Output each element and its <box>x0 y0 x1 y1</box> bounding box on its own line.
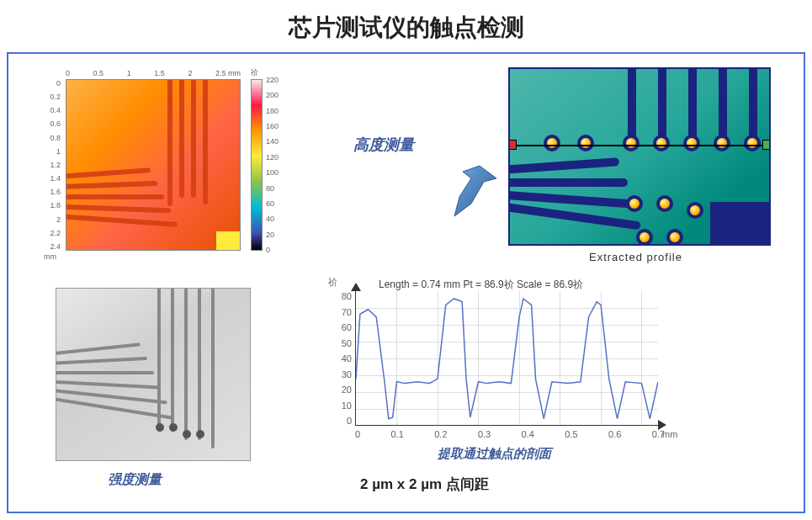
page-title: 芯片测试仪的触点检测 <box>0 0 812 50</box>
profile-chart: 祄 Length = 0.74 mm Pt = 86.9祄 Scale = 86… <box>321 278 675 450</box>
py-tick: 10 <box>337 401 352 411</box>
y-tick: 1.8 <box>42 201 61 210</box>
py-tick: 60 <box>337 322 352 332</box>
px-tick: 0.3 <box>478 429 491 439</box>
y-tick: 2 <box>42 215 61 224</box>
profile-plot-area <box>355 291 658 426</box>
y-tick: 0 <box>42 79 61 88</box>
profile-line-plot <box>356 291 658 425</box>
cb-tick: 200 <box>266 91 279 99</box>
y-tick: 0.4 <box>42 106 61 114</box>
y-arrow-icon <box>351 283 361 293</box>
heightmap-image <box>508 67 771 246</box>
y-tick: 1 <box>42 147 61 156</box>
x-tick: 1.5 <box>154 69 165 77</box>
y-tick: 1.6 <box>42 188 61 196</box>
profile-header: Length = 0.74 mm Pt = 86.9祄 Scale = 86.9… <box>379 278 583 292</box>
heatmap-y-axis: 0 0.2 0.4 0.6 0.8 1 1.2 1.4 1.6 1.8 2 2.… <box>42 79 61 251</box>
py-tick: 0 <box>337 416 352 426</box>
heatmap-x-axis: 0 0.5 1 1.5 2 2.5 mm <box>66 69 241 77</box>
x-tick: 0.5 <box>93 69 104 77</box>
profile-y-unit: 祄 <box>328 276 337 289</box>
intensity-image <box>56 288 251 461</box>
main-panel: 祄 0 0.5 1 1.5 2 2.5 mm 0 0.2 0.4 0.6 0.8… <box>7 52 805 513</box>
height-measure-label: 高度测量 <box>353 135 414 155</box>
extracted-profile-label: Extracted profile <box>589 251 682 263</box>
profile-caption: 提取通过触点的剖面 <box>438 446 551 462</box>
cb-tick: 80 <box>266 184 279 193</box>
px-tick: 0.1 <box>391 429 404 439</box>
cb-tick: 100 <box>266 168 279 177</box>
px-tick: 0 <box>355 429 360 439</box>
svg-marker-1 <box>351 283 361 291</box>
profile-y-axis: 80 70 60 50 40 30 20 10 0 <box>337 291 352 426</box>
px-tick: 0.5 <box>565 429 577 439</box>
profile-line[interactable] <box>510 145 769 146</box>
cb-tick: 140 <box>266 137 279 146</box>
y-tick: 2.4 <box>42 242 61 251</box>
cb-tick: 220 <box>266 76 279 84</box>
y-tick: 2.2 <box>42 229 61 237</box>
x-tick: 2 <box>188 69 192 77</box>
cb-tick: 120 <box>266 153 279 162</box>
profile-x-unit: mm <box>662 429 677 439</box>
svg-marker-0 <box>454 166 496 216</box>
heatmap-image <box>66 79 241 251</box>
profile-x-axis: 0 0.1 0.2 0.3 0.4 0.5 0.6 0.7 <box>355 429 665 439</box>
py-tick: 80 <box>337 291 352 301</box>
x-tick: 1 <box>127 69 131 77</box>
cb-tick: 60 <box>266 199 279 208</box>
profile-handle-left[interactable] <box>508 140 517 150</box>
px-tick: 0.6 <box>608 429 621 439</box>
y-tick: 0.6 <box>42 119 61 128</box>
colorbar-ticks: 220 200 180 160 140 120 100 80 60 40 20 … <box>266 76 279 254</box>
y-tick: 1.2 <box>42 161 61 169</box>
y-tick: 0.8 <box>42 134 61 142</box>
cb-tick: 160 <box>266 122 279 130</box>
cb-tick: 20 <box>266 231 279 239</box>
py-tick: 70 <box>337 307 352 317</box>
heatmap-y-unit: mm <box>44 252 56 261</box>
intensity-label: 强度测量 <box>108 471 162 489</box>
spacing-label: 2 µm x 2 µm 点间距 <box>360 475 489 494</box>
py-tick: 50 <box>337 338 352 348</box>
py-tick: 30 <box>337 369 352 379</box>
py-tick: 20 <box>337 385 352 395</box>
colorbar <box>251 79 263 251</box>
cb-tick: 0 <box>266 246 279 254</box>
px-tick: 0.2 <box>434 429 447 439</box>
y-tick: 0.2 <box>42 93 61 101</box>
profile-handle-right[interactable] <box>762 140 771 150</box>
colorbar-unit: 祄 <box>251 67 258 78</box>
heatmap-panel: 祄 0 0.5 1 1.5 2 2.5 mm 0 0.2 0.4 0.6 0.8… <box>42 69 286 263</box>
cb-tick: 180 <box>266 107 279 115</box>
px-tick: 0.4 <box>522 429 534 439</box>
arrow-icon <box>438 162 505 220</box>
py-tick: 40 <box>337 353 352 363</box>
x-tick: 0 <box>66 69 70 77</box>
y-tick: 1.4 <box>42 174 61 183</box>
x-tick: 2.5 mm <box>215 69 241 77</box>
cb-tick: 40 <box>266 215 279 223</box>
